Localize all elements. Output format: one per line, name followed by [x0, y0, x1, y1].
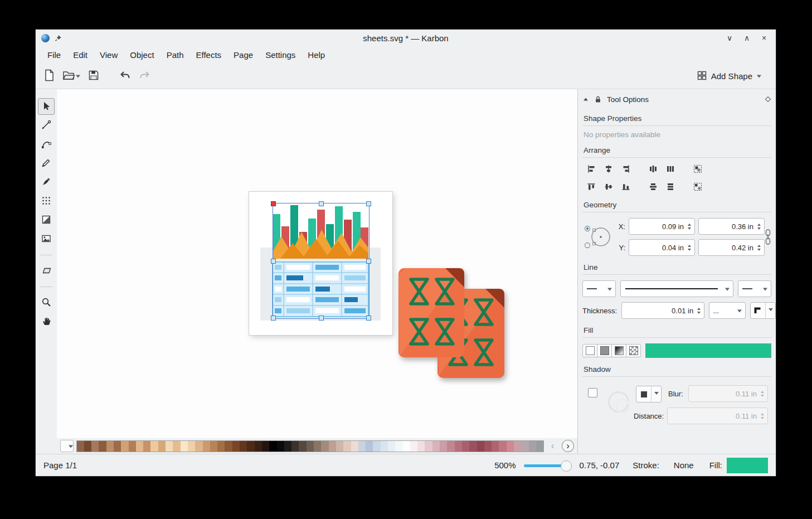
palette-color[interactable]	[314, 441, 321, 452]
selection-handle[interactable]	[319, 201, 324, 206]
palette-color[interactable]	[217, 441, 225, 452]
palette-color[interactable]	[536, 441, 543, 452]
palette-color[interactable]	[514, 441, 521, 452]
shadow-enable-checkbox[interactable]	[588, 388, 597, 397]
palette-color[interactable]	[388, 441, 395, 452]
palette-color[interactable]	[410, 441, 417, 452]
align-center-horizontal-button[interactable]	[601, 162, 616, 176]
palette-color[interactable]	[432, 441, 440, 452]
fill-none-button[interactable]	[582, 344, 597, 357]
selection-handle[interactable]	[366, 259, 371, 264]
palette-color[interactable]	[277, 441, 284, 452]
save-button[interactable]	[87, 69, 100, 84]
palette-color[interactable]	[181, 441, 188, 452]
palette-color[interactable]	[158, 441, 166, 452]
ungroup-objects-button[interactable]	[690, 180, 705, 193]
selection-handle[interactable]	[366, 201, 371, 206]
menu-edit[interactable]: Edit	[67, 48, 94, 62]
palette-color[interactable]	[99, 441, 106, 452]
palette-color[interactable]	[351, 441, 358, 452]
zoom-slider[interactable]	[524, 460, 572, 471]
artboard-page[interactable]	[249, 192, 392, 335]
palette-scroll-left-button[interactable]: ‹	[547, 440, 559, 452]
palette-color[interactable]	[269, 441, 276, 452]
height-spinbox[interactable]: 0.42 in	[698, 239, 765, 256]
card-tool-button[interactable]	[38, 263, 55, 279]
distribute-horizontal-center-button[interactable]	[663, 162, 678, 176]
palette-color[interactable]	[121, 441, 128, 452]
lock-icon[interactable]	[594, 95, 602, 103]
spin-arrows[interactable]	[756, 245, 761, 251]
palette-scroll-right-button[interactable]: ›	[562, 440, 574, 452]
spin-arrows[interactable]	[687, 245, 692, 251]
menu-page[interactable]: Page	[227, 48, 259, 62]
curve-tool-button[interactable]	[38, 136, 55, 153]
palette-color[interactable]	[77, 441, 84, 452]
align-left-button[interactable]	[584, 162, 599, 176]
width-spinbox[interactable]: 0.36 in	[698, 218, 765, 235]
new-document-button[interactable]	[42, 68, 56, 84]
titlebar[interactable]: sheets.svg * — Karbon ∨ ∧ ×	[36, 30, 776, 46]
chevron-down-icon[interactable]	[651, 386, 661, 402]
palette-color[interactable]	[329, 441, 336, 452]
menu-file[interactable]: File	[41, 48, 67, 62]
palette-color[interactable]	[477, 441, 484, 452]
palette-color[interactable]	[232, 441, 240, 452]
spin-arrows[interactable]	[687, 224, 692, 230]
close-button[interactable]: ×	[758, 32, 770, 44]
redo-button[interactable]	[138, 69, 152, 84]
palette-color[interactable]	[210, 441, 217, 452]
pin-icon[interactable]	[55, 35, 62, 42]
zoom-tool-button[interactable]	[38, 294, 55, 311]
thickness-spinbox[interactable]: 0.01 in	[621, 302, 704, 319]
float-icon[interactable]	[765, 96, 771, 103]
palette-color[interactable]	[188, 441, 195, 452]
minimize-button[interactable]: ∨	[723, 32, 736, 44]
palette-color[interactable]	[143, 441, 150, 452]
palette-color[interactable]	[262, 441, 269, 452]
canvas[interactable]	[57, 89, 577, 438]
palette-color[interactable]	[462, 441, 469, 452]
palette-color[interactable]	[136, 441, 143, 452]
line-end-marker-select[interactable]	[738, 280, 771, 297]
palette-color[interactable]	[284, 441, 291, 452]
spin-arrows[interactable]	[696, 308, 701, 314]
x-position-spinbox[interactable]: 0.09 in	[629, 218, 695, 235]
palette-color[interactable]	[455, 441, 462, 452]
menu-object[interactable]: Object	[124, 48, 160, 62]
palette-color[interactable]	[484, 441, 492, 452]
palette-color[interactable]	[469, 441, 476, 452]
fill-color-swatch[interactable]	[727, 458, 768, 473]
pattern-tool-button[interactable]	[38, 231, 55, 248]
group-objects-button[interactable]	[690, 162, 705, 176]
spin-arrows[interactable]	[756, 224, 761, 230]
palette-color[interactable]	[403, 441, 410, 452]
edit-shapes-tool-button[interactable]	[38, 117, 55, 134]
zoom-level[interactable]: 500%	[494, 460, 516, 470]
palette-color[interactable]	[106, 441, 114, 452]
palette-color[interactable]	[150, 441, 158, 452]
palette-color[interactable]	[321, 441, 328, 452]
palette-color[interactable]	[373, 441, 380, 452]
palette-color[interactable]	[425, 441, 432, 452]
palette-color[interactable]	[247, 441, 254, 452]
line-start-marker-select[interactable]	[582, 280, 616, 297]
menu-path[interactable]: Path	[161, 48, 190, 62]
fill-color-bar[interactable]	[645, 343, 771, 358]
palette-color[interactable]	[447, 441, 454, 452]
undo-button[interactable]	[118, 69, 132, 84]
align-right-button[interactable]	[618, 162, 633, 176]
palette-color[interactable]	[225, 441, 232, 452]
maximize-button[interactable]: ∧	[741, 32, 753, 44]
position-anchor-widget[interactable]	[582, 222, 614, 252]
palette-color[interactable]	[499, 441, 506, 452]
align-center-vertical-button[interactable]	[601, 180, 616, 193]
gradient-tool-button[interactable]	[38, 212, 55, 229]
selection-handle[interactable]	[319, 316, 324, 321]
selection-handle[interactable]	[271, 201, 276, 206]
fill-gradient-button[interactable]	[611, 344, 626, 357]
stroke-value[interactable]: None	[674, 460, 694, 470]
palette-color[interactable]	[114, 441, 121, 452]
menu-settings[interactable]: Settings	[259, 48, 302, 62]
palette-color[interactable]	[417, 441, 425, 452]
